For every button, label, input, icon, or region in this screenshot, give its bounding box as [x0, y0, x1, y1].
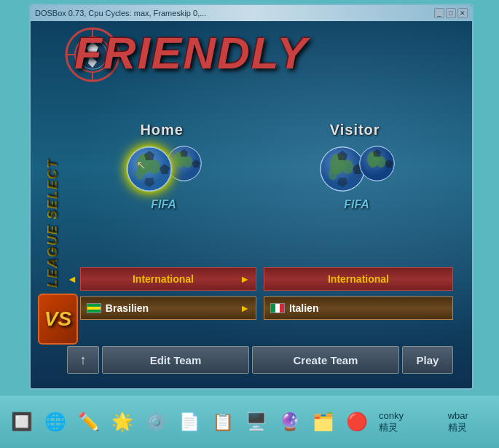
team-selection-row: ◄ Brasilien ► Italien	[67, 296, 453, 320]
vs-text: VS	[44, 307, 71, 331]
upload-icon: ↑	[80, 353, 87, 368]
visitor-flag-area: Italien	[270, 302, 318, 314]
taskbar-icon-5[interactable]: ⚙️	[141, 407, 170, 436]
game-title: FRIENDLY FRIENDLY	[74, 27, 439, 79]
vs-badge: VS	[38, 294, 78, 345]
taskbar-label-1: conky精灵	[379, 410, 412, 434]
home-flag-icon	[87, 303, 101, 313]
play-button[interactable]: Play	[402, 346, 453, 374]
upload-button[interactable]: ↑	[67, 346, 99, 374]
taskbar-icon-8[interactable]: 🖥️	[242, 407, 271, 436]
taskbar-icon-2[interactable]: 🌐	[41, 407, 70, 436]
taskbar-icon-1[interactable]: 🔲	[7, 407, 36, 436]
home-league-next-icon: ►	[240, 273, 250, 285]
taskbar-icon-4[interactable]: 🌟	[108, 407, 137, 436]
taskbar-icon-11[interactable]: 🔴	[342, 407, 372, 436]
edit-team-button[interactable]: Edit Team	[102, 346, 249, 374]
create-team-button[interactable]: Create Team	[252, 346, 399, 374]
home-flag-area: Brasilien	[87, 302, 149, 314]
visitor-league-box[interactable]: International	[264, 267, 453, 291]
maximize-button[interactable]: □	[446, 8, 456, 18]
taskbar-label-2: wbar精灵	[448, 410, 477, 434]
home-fifa-label: FIFA	[151, 198, 176, 211]
visitor-fifa-label: FIFA	[344, 198, 369, 211]
home-ball-main	[124, 144, 175, 194]
play-label: Play	[417, 354, 439, 366]
svg-point-26	[329, 168, 337, 180]
taskbar-icon-6[interactable]: 📄	[175, 407, 204, 436]
visitor-label: Visitor	[330, 122, 380, 138]
taskbar-icon-10[interactable]: 🗂️	[309, 407, 338, 436]
edit-team-label: Edit Team	[150, 354, 202, 366]
taskbar-labels: conky精灵 wbar精灵	[379, 410, 499, 434]
visitor-league-text: International	[270, 273, 447, 285]
svg-point-19	[183, 156, 192, 168]
team-headers: Home Visitor	[67, 122, 453, 138]
home-league-box[interactable]: International ►	[80, 267, 256, 291]
window-title: DOSBox 0.73, Cpu Cycles: max, Frameskip …	[35, 9, 206, 17]
svg-point-12	[135, 168, 144, 180]
home-label: Home	[140, 122, 184, 138]
home-league-prev-button[interactable]: ◄	[67, 273, 77, 285]
league-selection-row: ◄ International ► International	[67, 267, 453, 291]
svg-point-33	[376, 156, 385, 168]
taskbar-icon-9[interactable]: 🔮	[275, 407, 304, 436]
home-ball-group: FIFA	[124, 144, 204, 211]
visitor-team-text: Italien	[289, 302, 318, 314]
taskbar: 🔲 🌐 ✏️ 🌟 ⚙️ 📄 📋 🖥️ 🔮 🗂️ 🔴 conky精灵 wbar精灵	[0, 396, 499, 448]
bottom-buttons: ↑ Edit Team Create Team Play	[67, 346, 453, 374]
title-bar: DOSBox 0.73, Cpu Cycles: max, Frameskip …	[31, 5, 472, 21]
taskbar-icons: 🔲 🌐 ✏️ 🌟 ⚙️ 📄 📋 🖥️ 🔮 🗂️ 🔴	[0, 407, 379, 436]
taskbar-icon-7[interactable]: 📋	[208, 407, 237, 436]
minimize-button[interactable]: _	[434, 8, 444, 18]
taskbar-icon-3[interactable]: ✏️	[74, 407, 103, 436]
title-text: FRIENDLY	[74, 28, 308, 78]
league-select-text: LEAGUE SELECT	[45, 159, 60, 288]
home-ball-pair	[124, 144, 204, 194]
visitor-ball-secondary	[357, 144, 397, 184]
home-team-text: Brasilien	[106, 302, 149, 314]
svg-point-11	[149, 160, 160, 174]
home-league-text: International	[87, 273, 240, 285]
visitor-ball-group: FIFA	[317, 144, 397, 211]
close-button[interactable]: ✕	[457, 8, 468, 18]
visitor-flag-icon	[270, 303, 285, 313]
balls-area: FIFA	[67, 144, 453, 211]
create-team-label: Create Team	[294, 354, 358, 366]
svg-point-25	[342, 160, 353, 174]
home-team-next-icon: ►	[240, 302, 250, 314]
visitor-team-box[interactable]: Italien	[264, 296, 453, 320]
selection-area: ◄ International ► International ◄	[67, 267, 453, 326]
home-team-box[interactable]: Brasilien ►	[80, 296, 256, 320]
visitor-ball-pair	[317, 144, 397, 194]
window-controls: _ □ ✕	[434, 8, 468, 18]
game-window: DOSBox 0.73, Cpu Cycles: max, Frameskip …	[29, 4, 474, 390]
